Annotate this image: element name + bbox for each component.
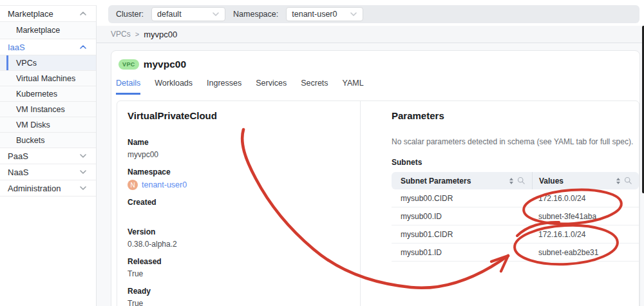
field-label: Ready <box>128 287 350 296</box>
subnet-value-cell: subnet-3fe41aba <box>532 212 639 221</box>
field-version: Version 0.38.0-alpha.2 <box>128 227 350 249</box>
sidebar-item-kubernetes[interactable]: Kubernetes <box>0 86 96 102</box>
subnet-value-cell: subnet-eab2be31 <box>532 248 639 257</box>
chevron-up-icon <box>79 44 87 50</box>
namespace-select[interactable]: tenant-user0 <box>286 7 363 21</box>
main-content: VPC myvpc00 Details Workloads Ingresses … <box>97 43 644 306</box>
sidebar-section-naas[interactable]: NaaS <box>0 164 96 180</box>
details-panel: VirtualPrivateCloud Name myvpc00 Namespa… <box>117 100 639 306</box>
tab-services[interactable]: Services <box>256 79 287 95</box>
subnet-value-cell: 172.16.0.0/24 <box>532 194 639 203</box>
sidebar-item-virtual-machines[interactable]: Virtual Machines <box>0 71 96 86</box>
sidebar-section-label: Administration <box>8 184 61 193</box>
field-value: 0.38.0-alpha.2 <box>128 240 350 249</box>
subnet-param-cell: mysub00.CIDR <box>392 194 532 203</box>
field-name: Name myvpc00 <box>128 138 350 160</box>
field-label: Released <box>128 257 350 266</box>
breadcrumb-current: myvpc00 <box>144 30 177 39</box>
tab-yaml[interactable]: YAML <box>343 79 364 95</box>
sidebar-item-vm-disks[interactable]: VM Disks <box>0 117 96 133</box>
sidebar-section-label: PaaS <box>8 151 28 161</box>
tab-ingresses[interactable]: Ingresses <box>207 79 242 95</box>
field-namespace: Namespace N tenant-user0 <box>128 167 350 190</box>
cluster-label: Cluster: <box>116 10 144 19</box>
field-value: True <box>128 269 350 279</box>
sidebar-section-paas[interactable]: PaaS <box>0 148 96 164</box>
table-row: mysub00.ID subnet-3fe41aba <box>392 207 639 225</box>
sidebar-item-label: VM Instances <box>16 105 65 114</box>
chevron-down-icon <box>79 153 87 158</box>
sidebar-item-vm-instances[interactable]: VM Instances <box>0 102 96 117</box>
namespace-select-value: tenant-user0 <box>292 10 337 19</box>
table-row: mysub01.ID subnet-eab2be31 <box>392 244 639 262</box>
sidebar-item-buckets[interactable]: Buckets <box>0 133 96 148</box>
field-value: True <box>128 299 350 306</box>
sort-icon[interactable] <box>616 178 620 184</box>
field-ready: Ready True <box>128 287 350 306</box>
namespace-avatar: N <box>128 180 138 190</box>
sidebar-section-label: Marketplace <box>8 9 53 19</box>
context-bar: Cluster: default Namespace: tenant-user0 <box>108 5 639 23</box>
sidebar-item-label: Kubernetes <box>16 90 57 99</box>
tab-details[interactable]: Details <box>116 79 140 95</box>
sidebar-item-marketplace[interactable]: Marketplace <box>0 22 96 39</box>
app-window: Marketplace Marketplace IaaS VPCs Virtua… <box>0 0 644 306</box>
field-released: Released True <box>128 257 350 279</box>
chevron-down-icon <box>212 12 220 17</box>
field-value: myvpc00 <box>128 150 350 160</box>
search-icon[interactable] <box>624 177 632 185</box>
sidebar-section-administration[interactable]: Administration <box>0 180 96 196</box>
field-label: Version <box>128 227 350 236</box>
sidebar-section-label: IaaS <box>8 43 25 52</box>
column-header-label: Subnet Parameters <box>401 177 471 186</box>
sidebar: Marketplace Marketplace IaaS VPCs Virtua… <box>0 5 97 306</box>
sidebar-item-vpcs[interactable]: VPCs <box>0 55 96 71</box>
column-header-values: Values <box>532 172 639 189</box>
field-created: Created <box>128 198 350 220</box>
table-header-row: Subnet Parameters Values <box>392 172 639 189</box>
section-heading: VirtualPrivateCloud <box>128 110 350 121</box>
page-title: myvpc00 <box>144 59 186 70</box>
sidebar-item-label: VM Disks <box>16 120 50 129</box>
sidebar-item-label: Marketplace <box>16 26 60 35</box>
tabs: Details Workloads Ingresses Services Sec… <box>111 79 639 95</box>
subnet-value-cell: 172.16.1.0/24 <box>532 230 639 239</box>
search-icon[interactable] <box>517 177 526 185</box>
field-value <box>128 210 350 220</box>
subnets-label: Subnets <box>392 158 639 167</box>
field-label: Created <box>128 198 350 207</box>
sort-icon[interactable] <box>509 178 513 184</box>
sidebar-section-iaas[interactable]: IaaS <box>0 39 96 55</box>
chevron-down-icon <box>350 12 357 17</box>
cluster-select[interactable]: default <box>151 7 225 21</box>
field-label: Name <box>128 138 350 147</box>
sidebar-item-label: Buckets <box>16 136 44 145</box>
chevron-down-icon <box>79 186 87 191</box>
parameters-note: No scalar parameters detected in schema … <box>392 137 639 146</box>
section-heading: Parameters <box>392 110 639 121</box>
parameters-section: Parameters No scalar parameters detected… <box>361 101 639 306</box>
subnet-param-cell: mysub01.CIDR <box>392 230 532 239</box>
resource-card: VPC myvpc00 Details Workloads Ingresses … <box>111 50 640 306</box>
breadcrumb-vpcs-link[interactable]: VPCs <box>111 30 131 39</box>
column-header-label: Values <box>539 177 564 186</box>
chevron-down-icon <box>79 169 87 175</box>
subnets-table: Subnet Parameters Values <box>392 172 639 262</box>
tab-secrets[interactable]: Secrets <box>301 79 328 95</box>
vpc-details-section: VirtualPrivateCloud Name myvpc00 Namespa… <box>117 101 361 306</box>
sidebar-item-label: VPCs <box>16 59 37 68</box>
tab-workloads[interactable]: Workloads <box>155 79 193 95</box>
namespace-label: Namespace: <box>233 10 278 19</box>
sidebar-item-label: Virtual Machines <box>16 74 75 83</box>
sidebar-section-marketplace[interactable]: Marketplace <box>0 6 96 22</box>
field-label: Namespace <box>128 167 350 177</box>
subnet-param-cell: mysub01.ID <box>392 248 532 257</box>
column-header-subnet-parameters: Subnet Parameters <box>392 172 532 189</box>
namespace-link[interactable]: tenant-user0 <box>142 180 187 189</box>
subnet-param-cell: mysub00.ID <box>392 212 532 221</box>
breadcrumb-separator: > <box>135 30 139 38</box>
vpc-kind-badge: VPC <box>118 59 139 70</box>
chevron-up-icon <box>79 11 87 16</box>
table-row: mysub00.CIDR 172.16.0.0/24 <box>392 189 639 207</box>
title-row: VPC myvpc00 <box>111 51 639 70</box>
